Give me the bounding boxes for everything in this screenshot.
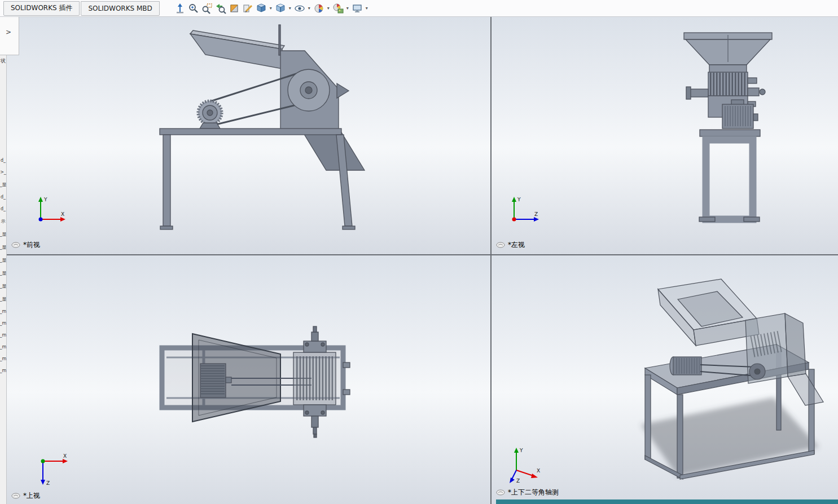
edit-appearance-icon[interactable] (312, 2, 326, 15)
coordinate-triad: Y X (29, 194, 71, 229)
panel-fragment[interactable]: 状 (1, 58, 6, 65)
heads-up-view-toolbar: ▾ ▾ ▾ ▾ ▾ ▾ (173, 2, 370, 15)
dynamic-annotation-icon[interactable] (241, 2, 255, 15)
viewport-isometric[interactable]: Y X Z *上下二等角轴测 (492, 255, 838, 504)
panel-fragment[interactable]: d_ (1, 194, 6, 200)
view-label-row[interactable]: *上下二等角轴测 (496, 488, 559, 497)
view-settings-icon[interactable] (350, 2, 364, 15)
view-annotation-icon (11, 493, 20, 499)
command-tabs: SOLIDWORKS 插件 SOLIDWORKS MBD (3, 1, 161, 16)
viewport-divider-vertical[interactable] (490, 17, 492, 504)
section-view-icon[interactable] (227, 2, 241, 15)
panel-fragment[interactable]: d_ (1, 158, 6, 163)
axis-label: X (61, 211, 64, 217)
top-view-model[interactable] (7, 255, 490, 504)
axis-label: Y (519, 448, 523, 453)
panel-fragment[interactable]: _m (0, 356, 6, 361)
viewport-left[interactable]: Y Z *左视 (492, 17, 838, 254)
panel-fragment[interactable]: _显 (0, 244, 7, 250)
tab-solidworks-addins[interactable]: SOLIDWORKS 插件 (3, 1, 80, 16)
axis-label: Z (534, 211, 538, 217)
panel-fragment[interactable]: _m (0, 344, 6, 350)
zoom-to-area-icon[interactable] (200, 2, 214, 15)
panel-fragment[interactable]: _m (0, 368, 6, 373)
panel-fragment[interactable]: _显 (0, 257, 7, 263)
tab-solidworks-mbd[interactable]: SOLIDWORKS MBD (81, 1, 159, 16)
viewport-front[interactable]: Y X *前视 (7, 17, 490, 254)
axis-label: X (63, 453, 67, 459)
view-label-row[interactable]: *左视 (496, 240, 525, 250)
axis-label: Y (43, 197, 47, 202)
feature-panel-tab[interactable]: > (0, 17, 19, 55)
hide-show-items-icon[interactable] (293, 2, 306, 15)
coordinate-triad: X Z (32, 452, 73, 489)
axis-label: Z (46, 480, 50, 486)
viewport-divider-horizontal[interactable] (7, 254, 838, 255)
panel-fragment[interactable]: _显 (0, 182, 7, 188)
view-orientation-icon[interactable] (255, 2, 268, 15)
view-annotation-icon (11, 242, 20, 248)
top-toolbar: SOLIDWORKS 插件 SOLIDWORKS MBD ▾ ▾ (0, 0, 838, 17)
view-settings-dropdown[interactable]: ▾ (364, 6, 370, 11)
panel-fragment[interactable]: _显 (0, 283, 7, 289)
edit-appearance-dropdown[interactable]: ▾ (326, 6, 331, 11)
panel-fragment[interactable]: _m (0, 321, 6, 326)
collapsed-feature-panel[interactable]: d_ >_ _显 d_ d_ 示 _显 _显 _显 _显 _显 _显 _m _m… (0, 17, 7, 504)
view-annotation-icon (496, 489, 505, 496)
display-style-dropdown[interactable]: ▾ (287, 6, 293, 11)
panel-fragment[interactable]: 示 (1, 218, 6, 224)
panel-fragment[interactable]: >_ (0, 170, 6, 175)
zoom-to-fit-icon[interactable] (187, 2, 200, 15)
axis-label: Z (516, 478, 520, 484)
taskbar-strip (496, 499, 838, 504)
panel-fragment[interactable]: _m (0, 309, 6, 314)
apply-scene-icon[interactable] (331, 2, 345, 15)
view-orientation-dropdown[interactable]: ▾ (268, 6, 274, 11)
view-label[interactable]: *左视 (508, 240, 525, 250)
view-label[interactable]: *前视 (23, 240, 40, 250)
axis-label: Y (517, 197, 521, 202)
pan-view-icon[interactable] (173, 2, 187, 15)
previous-view-icon[interactable] (214, 2, 227, 15)
panel-fragment[interactable]: d_ (1, 206, 6, 211)
view-label[interactable]: *上视 (23, 491, 40, 501)
coordinate-triad: Y X Z (504, 446, 546, 486)
panel-fragment[interactable]: _显 (0, 270, 7, 276)
view-label[interactable]: *上下二等角轴测 (508, 488, 559, 497)
panel-fragment[interactable]: _显 (0, 296, 7, 302)
coordinate-triad: Y Z (503, 194, 545, 229)
front-view-model[interactable] (7, 17, 490, 254)
panel-fragment[interactable]: _显 (0, 231, 7, 237)
panel-fragment[interactable]: _m (0, 333, 6, 338)
view-annotation-icon (496, 242, 505, 248)
view-label-row[interactable]: *前视 (11, 240, 40, 250)
axis-label: X (537, 468, 540, 474)
viewport-top[interactable]: X Z *上视 (7, 255, 490, 504)
display-style-icon[interactable] (274, 2, 287, 15)
hide-show-items-dropdown[interactable]: ▾ (306, 6, 312, 11)
expand-panel-arrow[interactable]: > (6, 28, 11, 36)
view-label-row[interactable]: *上视 (11, 491, 40, 501)
apply-scene-dropdown[interactable]: ▾ (345, 6, 350, 11)
